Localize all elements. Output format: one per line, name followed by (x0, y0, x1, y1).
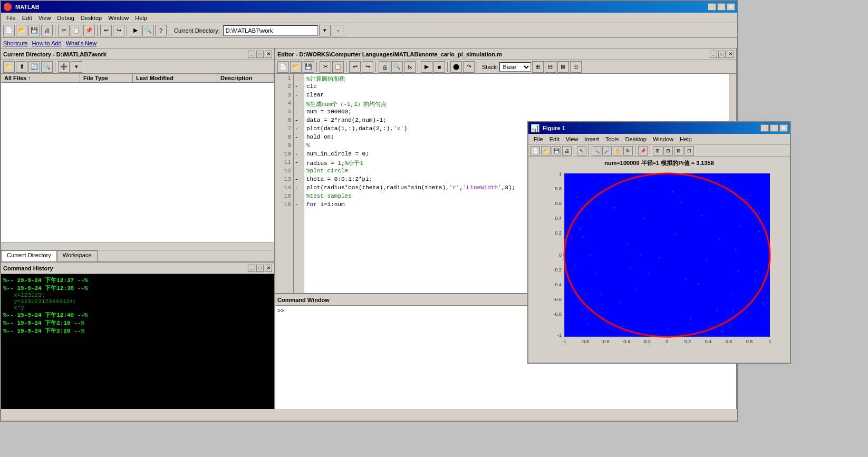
shortcuts-link[interactable]: Shortcuts (3, 40, 27, 46)
editor-step-btn[interactable]: ↷ (463, 61, 475, 73)
editor-layout2-btn[interactable]: ⊟ (545, 61, 556, 73)
editor-undo-btn[interactable]: ↩ (349, 61, 361, 73)
fig-menu-view[interactable]: View (563, 135, 582, 143)
menu-debug[interactable]: Debug (54, 14, 77, 22)
print-button[interactable]: 🖨 (41, 25, 53, 36)
editor-close-btn[interactable]: ✕ (727, 51, 734, 58)
editor-open-btn[interactable]: 📂 (290, 61, 302, 73)
fig-menu-file[interactable]: File (531, 135, 546, 143)
menu-file[interactable]: File (3, 14, 19, 22)
howto-add-link[interactable]: How to Add (32, 40, 61, 46)
copy-button[interactable]: 📋 (71, 25, 82, 36)
editor-layout4-btn[interactable]: ⊡ (570, 61, 582, 73)
fig-layout2-btn[interactable]: ⊟ (663, 146, 673, 155)
editor-new-btn[interactable]: 📄 (277, 61, 289, 73)
new-file-button[interactable]: 📄 (3, 25, 15, 36)
col-last-modified[interactable]: Last Modified (133, 74, 217, 82)
fig-layout1-btn[interactable]: ⊞ (653, 146, 662, 155)
history-entry-1[interactable]: %-- 19-9-24 下午12:38 --% (3, 284, 272, 292)
cut-button[interactable]: ✂ (58, 25, 70, 36)
editor-layout3-btn[interactable]: ⊠ (557, 61, 569, 73)
menu-desktop[interactable]: Desktop (78, 14, 105, 22)
history-entry-6[interactable]: %-- 19-9-24 下午2:10 --% (3, 319, 272, 327)
fig-menu-window[interactable]: Window (650, 135, 677, 143)
maximize-button[interactable]: □ (717, 3, 726, 11)
history-entry-7[interactable]: %-- 19-9-24 下午2:20 --% (3, 327, 272, 335)
menu-window[interactable]: Window (105, 14, 132, 22)
col-file-type[interactable]: File Type (80, 74, 133, 82)
fig-new-btn[interactable]: 📄 (531, 146, 540, 155)
redo-button[interactable]: ↪ (113, 25, 124, 36)
fig-open-btn[interactable]: 📂 (541, 146, 551, 155)
editor-find-btn[interactable]: 🔍 (391, 61, 403, 73)
col-all-files[interactable]: All Files ↑ (1, 74, 80, 82)
run-button[interactable]: ▶ (130, 25, 141, 36)
undo-button[interactable]: ↩ (100, 25, 112, 36)
fig-layout3-btn[interactable]: ⊠ (674, 146, 683, 155)
current-dir-input[interactable] (223, 25, 318, 36)
menu-help[interactable]: Help (132, 14, 150, 22)
fig-menu-desktop[interactable]: Desktop (622, 135, 650, 143)
history-entry-4[interactable]: x*y (3, 305, 272, 311)
panel-close-btn[interactable]: ✕ (265, 51, 272, 58)
fig-zoomin-btn[interactable]: 🔍 (592, 146, 601, 155)
add-file-btn[interactable]: ➕ (58, 61, 70, 73)
fig-rotate-btn[interactable]: ↻ (623, 146, 633, 155)
editor-run-btn[interactable]: ▶ (421, 61, 432, 73)
folder-up-btn[interactable]: ⬆ (16, 61, 27, 73)
fig-menu-help[interactable]: Help (677, 135, 695, 143)
fig-menu-tools[interactable]: Tools (602, 135, 622, 143)
fig-layout4-btn[interactable]: ⊡ (684, 146, 694, 155)
tab-current-directory[interactable]: Current Directory (1, 250, 57, 261)
panel-minimize-btn[interactable]: _ (248, 51, 255, 58)
history-entry-5[interactable]: %-- 19-9-24 下午12:40 --% (3, 311, 272, 319)
fig-zoomout-btn[interactable]: 🔎 (602, 146, 612, 155)
editor-layout1-btn[interactable]: ⊞ (532, 61, 544, 73)
tab-workspace[interactable]: Workspace (57, 250, 98, 261)
paste-button[interactable]: 📌 (83, 25, 95, 36)
save-button[interactable]: 💾 (28, 25, 40, 36)
fig-save-btn[interactable]: 💾 (552, 146, 561, 155)
fig-menu-insert[interactable]: Insert (581, 135, 602, 143)
open-button[interactable]: 📂 (16, 25, 27, 36)
ch-minimize-btn[interactable]: _ (248, 265, 255, 272)
dropdown-btn[interactable]: ▾ (71, 61, 82, 73)
find-files-btn[interactable]: 🔍 (41, 61, 53, 73)
figure-maximize-btn[interactable]: □ (770, 124, 778, 132)
refresh-btn[interactable]: 🔄 (28, 61, 40, 73)
stack-combo[interactable]: Base (499, 62, 531, 72)
col-description[interactable]: Description (217, 74, 274, 82)
browse-dir-button[interactable]: ▾ (319, 25, 331, 36)
minimize-button[interactable]: _ (708, 3, 716, 11)
editor-maximize-btn[interactable]: □ (718, 51, 726, 58)
editor-bp-btn[interactable]: ⬤ (450, 61, 462, 73)
editor-minimize-btn[interactable]: _ (710, 51, 717, 58)
panel-maximize-btn[interactable]: □ (256, 51, 264, 58)
whats-new-link[interactable]: What's New (66, 40, 97, 46)
editor-redo-btn[interactable]: ↪ (362, 61, 373, 73)
fig-menu-edit[interactable]: Edit (546, 135, 563, 143)
debug-button[interactable]: 🔍 (142, 25, 154, 36)
ch-maximize-btn[interactable]: □ (256, 265, 264, 272)
figure-minimize-btn[interactable]: _ (760, 124, 769, 132)
fig-datacursor-btn[interactable]: 📌 (638, 146, 648, 155)
editor-copy-btn[interactable]: 📋 (332, 61, 344, 73)
menu-edit[interactable]: Edit (19, 14, 35, 22)
figure-close-btn[interactable]: ✕ (779, 124, 788, 132)
ch-close-btn[interactable]: ✕ (265, 265, 272, 272)
new-folder-btn[interactable]: 📁 (3, 61, 15, 73)
editor-save-btn[interactable]: 💾 (303, 61, 314, 73)
help-button[interactable]: ? (155, 25, 167, 36)
close-button[interactable]: ✕ (727, 3, 735, 11)
editor-cut-btn[interactable]: ✂ (320, 61, 331, 73)
navigate-dir-button[interactable]: → (332, 25, 343, 36)
history-entry-2[interactable]: x=123123; (3, 292, 272, 298)
file-browser-hscrollbar[interactable] (1, 242, 274, 250)
fig-print-btn[interactable]: 🖨 (562, 146, 572, 155)
history-entry-3[interactable]: y=123123123443124; (3, 298, 272, 305)
fig-pan-btn[interactable]: ✋ (613, 146, 622, 155)
editor-stop-btn[interactable]: ■ (433, 61, 445, 73)
editor-print-btn[interactable]: 🖨 (379, 61, 390, 73)
fig-cursor-btn[interactable]: ↖ (577, 146, 586, 155)
history-entry-0[interactable]: %-- 19-9-24 下午12:37 --% (3, 276, 272, 284)
